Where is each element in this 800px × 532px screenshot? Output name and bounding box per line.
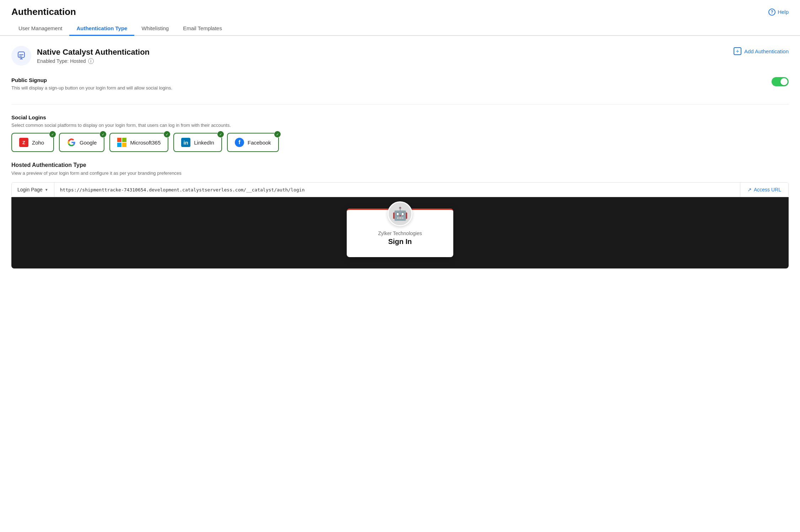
help-icon: ? [768,9,775,16]
facebook-check-circle: ✓ [274,131,281,137]
ms-q1 [117,138,121,142]
public-signup-info: Public Signup This will display a sign-u… [11,77,172,96]
social-logins-description: Select common social platforms to displa… [11,123,789,128]
auth-icon [16,50,27,61]
page-title: Authentication [11,6,76,17]
facebook-label: Facebook [248,140,271,146]
public-signup-description: This will display a sign-up button on yo… [11,85,172,91]
chevron-down-icon: ▼ [45,188,48,192]
help-link[interactable]: ? Help [768,9,789,16]
main-content: Native Catalyst Authentication Enabled T… [0,36,800,288]
ms-q4 [122,143,126,147]
toggle-thumb [780,78,788,85]
zoho-check-circle: ✓ [49,131,56,137]
zoho-label: Zoho [32,140,44,146]
add-authentication-button[interactable]: ＋ Add Authentication [734,46,789,56]
social-logins-grid: Z Zoho ✓ Google ✓ [11,133,789,152]
login-page-dropdown[interactable]: Login Page ▼ [12,183,54,197]
robot-icon: 🤖 [392,207,408,220]
microsoft-icon [117,138,126,147]
auth-subtitle: Enabled Type: Hosted i [37,58,150,64]
ms-q2 [122,138,126,142]
linkedin-label: LinkedIn [194,140,214,146]
social-card-linkedin[interactable]: in LinkedIn ✓ [173,133,222,152]
tab-user-management[interactable]: User Management [11,22,69,36]
google-icon [67,138,76,147]
login-company: Zylker Technologies [378,230,422,236]
page-header: Authentication ? Help [0,0,800,22]
hosted-auth-title: Hosted Authentication Type [11,162,789,168]
social-logins-title: Social Logins [11,114,789,120]
hosted-auth-section: Hosted Authentication Type View a previe… [11,162,789,268]
google-label: Google [80,140,97,146]
social-card-microsoft365[interactable]: Microsoft365 ✓ [109,133,168,152]
login-avatar: 🤖 [388,201,412,226]
url-bar: Login Page ▼ https://shipmenttracke-7431… [11,182,789,197]
access-url-button[interactable]: ↗ Access URL [740,183,788,197]
tab-authentication-type[interactable]: Authentication Type [69,22,134,36]
help-label: Help [778,9,789,15]
auth-info: Native Catalyst Authentication Enabled T… [37,48,150,64]
microsoft365-label: Microsoft365 [130,140,161,146]
microsoft365-check-circle: ✓ [164,131,170,137]
auth-icon-box [11,46,31,66]
auth-header-left: Native Catalyst Authentication Enabled T… [11,46,150,66]
microsoft365-check-badge: ✓ [163,131,171,138]
google-check-circle: ✓ [100,131,106,137]
add-auth-icon: ＋ [734,47,741,55]
facebook-check-badge: ✓ [274,131,281,138]
social-card-zoho[interactable]: Z Zoho ✓ [11,133,54,152]
tab-whitelisting[interactable]: Whitelisting [134,22,176,36]
social-card-facebook[interactable]: f Facebook ✓ [227,133,279,152]
zoho-icon: Z [19,138,28,147]
login-card: 🤖 Zylker Technologies Sign In [347,208,453,257]
facebook-icon: f [235,138,244,147]
linkedin-check-circle: ✓ [217,131,224,137]
public-signup-toggle[interactable] [772,77,789,86]
public-signup-section: Public Signup This will display a sign-u… [11,77,789,104]
auth-title: Native Catalyst Authentication [37,48,150,57]
linkedin-icon: in [181,138,190,147]
public-signup-title: Public Signup [11,77,172,83]
tab-email-templates[interactable]: Email Templates [176,22,229,36]
info-icon[interactable]: i [88,58,94,64]
external-link-icon: ↗ [747,187,752,192]
tabs-bar: User Management Authentication Type Whit… [0,22,800,36]
linkedin-check-badge: ✓ [217,131,224,138]
auth-url-display: https://shipmenttracke-74310654.developm… [54,183,740,197]
login-preview-area: 🤖 Zylker Technologies Sign In [11,197,789,268]
auth-header: Native Catalyst Authentication Enabled T… [11,46,789,66]
zoho-check-badge: ✓ [49,131,56,138]
login-sign-in-title: Sign In [388,238,412,246]
social-card-google[interactable]: Google ✓ [59,133,104,152]
social-logins-section: Social Logins Select common social platf… [11,114,789,152]
toggle-track [772,77,789,86]
google-check-badge: ✓ [99,131,107,138]
ms-q3 [117,143,121,147]
hosted-auth-description: View a preview of your login form and co… [11,170,789,176]
